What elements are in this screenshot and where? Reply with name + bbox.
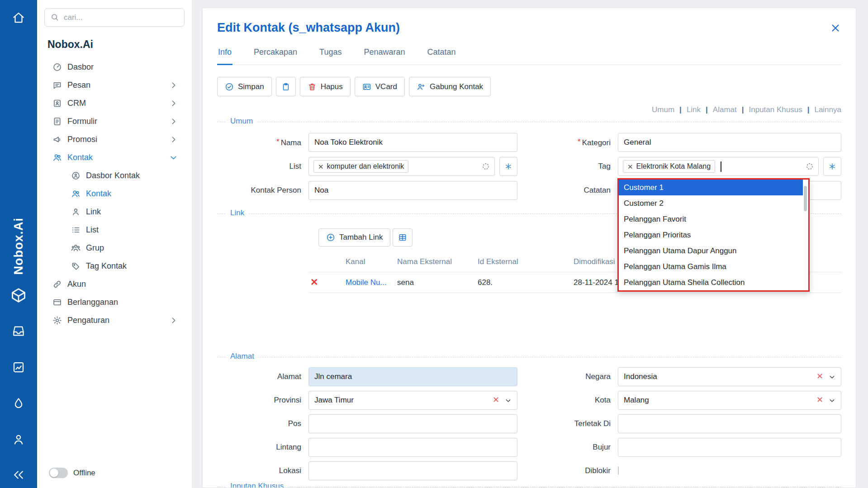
tab-tugas[interactable]: Tugas [318, 47, 342, 65]
report-chart-icon[interactable] [12, 360, 25, 374]
merge-contact-button[interactable]: Gabung Kontak [409, 77, 491, 96]
provinsi-select[interactable]: Jawa Timur ✕ [308, 391, 517, 410]
search-input[interactable] [44, 8, 185, 27]
sidebar-item-dasbor-kontak[interactable]: Dasbor Kontak [44, 166, 185, 185]
dropdown-option[interactable]: Customer 2 [619, 195, 803, 211]
sidebar-item-dasbor[interactable]: Dasbor [44, 58, 185, 76]
list-field: ✕ komputer dan elektronik [308, 157, 517, 176]
nav-inputan-khusus[interactable]: Inputan Khusus [737, 105, 802, 114]
catatan-label: Catatan [525, 186, 611, 195]
alamat-input[interactable] [308, 367, 517, 386]
clipboard-button[interactable] [276, 77, 296, 96]
inbox-icon[interactable] [12, 324, 25, 338]
sidebar-item-promosi[interactable]: Promosi [44, 130, 185, 148]
sidebar-item-berlangganan[interactable]: Berlangganan [44, 293, 185, 311]
offline-toggle[interactable] [49, 468, 68, 478]
main-content: Edit Kontak (s_whatsapp Akun) Info Perca… [192, 0, 868, 488]
sidebar-item-pengaturan[interactable]: Pengaturan [44, 311, 185, 329]
alamat-label: Alamat [217, 372, 301, 381]
remove-chip-icon[interactable]: ✕ [318, 163, 324, 170]
negara-select[interactable]: Indonesia ✕ [618, 367, 841, 386]
dropdown-option[interactable]: Pelanggan Utama Sheila Collection [619, 275, 803, 290]
kontak-person-input[interactable] [308, 181, 517, 200]
sidebar-item-akun[interactable]: Akun [44, 275, 185, 293]
dropdown-option[interactable]: Pelanggan Utama Gamis Ilma [619, 259, 803, 275]
dropdown-option[interactable]: Pelanggan Favorit [619, 211, 803, 227]
nav-link[interactable]: Link [674, 105, 701, 114]
chain-link-icon [52, 280, 62, 289]
delete-button[interactable]: Hapus [300, 77, 351, 96]
nama-input[interactable] [308, 133, 517, 152]
kota-select[interactable]: Malang ✕ [618, 391, 841, 410]
lokasi-input[interactable] [308, 461, 517, 480]
sidebar-item-link[interactable]: Link [44, 203, 185, 221]
delete-row-icon[interactable]: ✕ [310, 277, 318, 287]
save-button[interactable]: Simpan [217, 77, 272, 96]
ink-drop-icon[interactable] [12, 397, 25, 410]
sidebar-item-list[interactable]: List [44, 221, 185, 239]
table-view-button[interactable] [393, 228, 413, 246]
dropdown-option[interactable]: Pelanggan Utama Dapur Anggun [619, 243, 803, 259]
nav-alamat[interactable]: Alamat [701, 105, 737, 114]
dropdown-option[interactable]: Pelanggan Prioritas [619, 227, 803, 243]
bujur-input[interactable] [618, 438, 841, 457]
chevron-right-icon [169, 99, 178, 108]
tab-info[interactable]: Info [217, 47, 232, 65]
settings-gear-icon [52, 316, 62, 325]
tab-penawaran[interactable]: Penawaran [363, 47, 406, 65]
spinner-icon [482, 162, 490, 171]
sidebar-item-formulir[interactable]: Formulir [44, 112, 185, 130]
scrollbar-thumb[interactable] [804, 186, 807, 211]
brand-box-logo-icon [10, 287, 27, 303]
nav-lainnya[interactable]: Lainnya [802, 105, 841, 114]
kanal-link[interactable]: Mobile Nu... [346, 278, 387, 287]
sidebar-item-kontak[interactable]: Kontak [44, 148, 185, 166]
group-icon [71, 243, 81, 253]
remove-chip-icon[interactable]: ✕ [627, 163, 633, 170]
megaphone-icon [52, 135, 62, 144]
lokasi-label: Lokasi [217, 466, 301, 475]
clear-icon[interactable]: ✕ [816, 395, 823, 405]
clear-icon[interactable]: ✕ [816, 372, 823, 382]
terletak-di-input[interactable] [618, 414, 841, 433]
sidebar-item-crm[interactable]: CRM [44, 94, 185, 112]
lintang-label: Lintang [217, 443, 301, 452]
tab-catatan[interactable]: Catatan [427, 47, 457, 65]
clipboard-icon [281, 82, 290, 91]
chevron-right-icon [169, 135, 178, 144]
close-icon[interactable] [830, 22, 841, 34]
sidebar-item-tag-kontak[interactable]: Tag Kontak [44, 257, 185, 275]
diblokir-checkbox[interactable] [618, 466, 619, 475]
kategori-input[interactable] [618, 133, 841, 152]
pos-input[interactable] [308, 414, 517, 433]
dropdown-option[interactable]: Customer 1 [619, 180, 803, 195]
legend-link: Link [226, 208, 248, 218]
list-chip: ✕ komputer dan elektronik [313, 160, 408, 173]
table-grid-icon [398, 233, 407, 242]
messages-icon [52, 81, 62, 90]
tag-tag-input[interactable]: ✕ Elektronik Kota Malang [618, 157, 819, 176]
add-link-button[interactable]: Tambah Link [318, 228, 390, 246]
tab-bar: Info Percakapan Tugas Penawaran Catatan [217, 47, 841, 65]
tab-percakapan[interactable]: Percakapan [253, 47, 298, 65]
negara-label: Negara [525, 372, 611, 381]
chevron-right-icon [169, 117, 178, 126]
tag-dropdown: Customer 1 Customer 2 Pelanggan Favorit … [617, 178, 810, 292]
home-icon[interactable] [12, 11, 25, 24]
sidebar-item-pesan[interactable]: Pesan [44, 76, 185, 94]
offline-label: Offline [73, 469, 95, 478]
vcard-button[interactable]: VCard [355, 77, 405, 96]
kategori-label: Kategori [525, 137, 611, 147]
sidebar-item-grup[interactable]: Grup [44, 239, 185, 257]
tag-quick-add-button[interactable] [823, 157, 841, 176]
lintang-input[interactable] [308, 438, 517, 457]
list-quick-add-button[interactable] [499, 157, 517, 176]
user-icon[interactable] [12, 433, 25, 446]
clear-icon[interactable]: ✕ [493, 395, 499, 405]
nav-umum[interactable]: Umum [652, 105, 674, 114]
list-tag-input[interactable]: ✕ komputer dan elektronik [308, 157, 495, 176]
collapse-sidebar-icon[interactable] [12, 468, 25, 482]
sidebar-item-kontak-sub[interactable]: Kontak [44, 185, 185, 203]
chevron-down-icon [504, 397, 512, 404]
sidebar: Nobox.Ai Dasbor Pesan CRM Formulir [37, 0, 192, 488]
